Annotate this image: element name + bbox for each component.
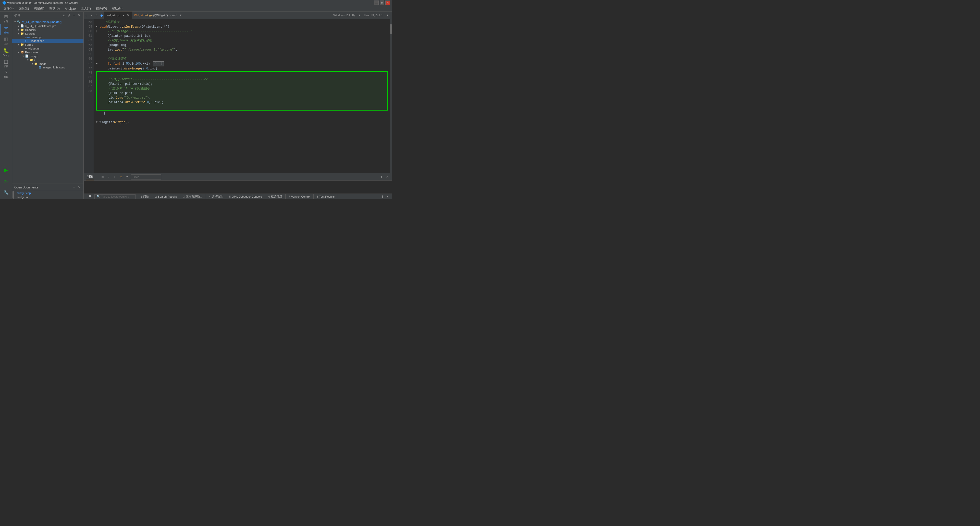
tree-item-forms[interactable]: ▼ 📁 Forms bbox=[12, 43, 83, 46]
tab-label: widget.cpp bbox=[107, 14, 120, 17]
menu-debug[interactable]: 调试(D) bbox=[47, 6, 62, 11]
maximize-button[interactable]: □ bbox=[380, 0, 384, 5]
breadcrumb-dropdown[interactable]: ▼ bbox=[178, 12, 183, 18]
issues-filter-input[interactable] bbox=[130, 174, 161, 180]
sidebar-item-help[interactable]: ? 帮助 bbox=[0, 69, 12, 80]
minimize-button[interactable]: — bbox=[374, 0, 379, 5]
tab-8-number: 8 bbox=[317, 195, 318, 198]
sidebar-item-run-debug[interactable]: ⊳ bbox=[0, 176, 12, 187]
tree-item-main-cpp[interactable]: c++ main.cpp bbox=[12, 35, 83, 39]
open-docs-add-button[interactable]: + bbox=[72, 185, 76, 190]
bottom-tab-6-overview[interactable]: 6 概要信息 bbox=[265, 194, 285, 199]
bottom-tab-2-search[interactable]: 2 Search Results bbox=[152, 194, 180, 199]
issues-close-button[interactable]: ✕ bbox=[385, 174, 390, 180]
menu-build[interactable]: 构建(B) bbox=[32, 6, 47, 11]
tree-item-headers[interactable]: ▼ 📁 Headers bbox=[12, 28, 83, 32]
close-button[interactable]: ✕ bbox=[385, 0, 390, 5]
line-59-arrow[interactable]: ▼ bbox=[96, 24, 100, 29]
bottom-tab-8-test-results[interactable]: 8 Test Results bbox=[313, 194, 338, 199]
tree-item-root-folder[interactable]: ▼ 📁 / bbox=[12, 58, 83, 62]
code-line-77: painter3.drawImage(0,0,img); bbox=[96, 66, 388, 71]
project-panel: 项目 ⊼ ⇄ + ✕ ▼ 🔧 qt_04_QtPaintDevice [mast… bbox=[12, 12, 84, 199]
sidebar-item-debug[interactable]: 🐛 Debug bbox=[0, 46, 12, 58]
menu-file[interactable]: 文件(F) bbox=[1, 6, 16, 11]
tree-item-image-file[interactable]: 🖼 images_luffay.png bbox=[12, 65, 83, 69]
bottom-tab-3-app-output[interactable]: 3 应用程序输出 bbox=[180, 194, 206, 199]
tree-item-project-root[interactable]: ▼ 🔧 qt_04_QtPaintDevice [master] bbox=[12, 20, 83, 24]
line-88-arrow[interactable]: ▼ bbox=[96, 120, 100, 124]
menu-analyze[interactable]: Analyze bbox=[62, 6, 78, 11]
tree-item-pro-file[interactable]: ▶ 📄 qt_04_QtPaintDevice.pro bbox=[12, 24, 83, 28]
tree-item-image-folder[interactable]: ▼ 📁 image bbox=[12, 62, 83, 65]
bottom-tab-7-version-control[interactable]: 7 Version Control bbox=[286, 194, 313, 199]
close-panel-button[interactable]: ✕ bbox=[77, 13, 81, 18]
issues-prev-button[interactable]: ‹ bbox=[106, 174, 111, 180]
code-line-63: QImage img; bbox=[96, 43, 388, 48]
tab-2-number: 2 bbox=[155, 195, 157, 198]
open-doc-widget-cpp[interactable]: widget.cpp bbox=[14, 191, 83, 195]
sync-button[interactable]: ⇄ bbox=[67, 13, 71, 18]
menu-edit[interactable]: 编辑(E) bbox=[16, 6, 32, 11]
open-docs-close-button[interactable]: ✕ bbox=[77, 185, 81, 190]
line-67-arrow[interactable]: ▶ bbox=[96, 61, 100, 66]
code-line-58: //绘图事件 bbox=[96, 20, 388, 24]
open-doc-widget-ui[interactable]: widget.ui bbox=[14, 195, 83, 199]
editor-tab-widget-cpp[interactable]: widget.cpp ▼ ✕ bbox=[104, 12, 132, 19]
bottom-tab-sidebar-toggle[interactable]: ☰ bbox=[86, 194, 95, 199]
sidebar-item-welcome[interactable]: ⊞ 欢迎 bbox=[0, 13, 12, 24]
editor-scrollbar[interactable] bbox=[390, 19, 392, 173]
filter-button[interactable]: ⊼ bbox=[62, 13, 66, 18]
sidebar-item-design[interactable]: ◧ 设计 bbox=[0, 35, 12, 46]
image-folder-arrow: ▼ bbox=[30, 62, 34, 65]
menu-help[interactable]: 帮助(H) bbox=[110, 6, 125, 11]
bottom-close-right-button[interactable]: ✕ bbox=[385, 194, 390, 199]
tree-item-sources[interactable]: ▼ 📁 Sources bbox=[12, 32, 83, 35]
tree-item-res-qrc[interactable]: ▼ 📄 res.qrc bbox=[12, 54, 83, 58]
line-60-text: //(2)QImage-----------------------------… bbox=[108, 29, 192, 34]
tree-item-widget-ui[interactable]: ✏ widget.ui bbox=[12, 46, 83, 50]
code-line-79: //(3)QPicture---------------------------… bbox=[97, 77, 387, 82]
open-doc-widget-ui-label: widget.ui bbox=[18, 196, 28, 199]
locate-bar[interactable]: 🔍 Type to locate (Ctrl+K) bbox=[95, 194, 135, 199]
add-button[interactable]: + bbox=[72, 13, 76, 18]
encoding-dropdown[interactable]: ▼ bbox=[357, 12, 362, 18]
bottom-tab-1-problems[interactable]: 1 问题 bbox=[138, 194, 152, 199]
sidebar-item-edit[interactable]: ✏ 编辑 bbox=[0, 24, 12, 35]
bottom-expand-up-button[interactable]: ⬆ bbox=[380, 194, 385, 199]
collapsed-block[interactable]: {···} bbox=[153, 61, 164, 66]
design-icon: ◧ bbox=[4, 36, 8, 42]
issues-next-button[interactable]: › bbox=[112, 174, 118, 180]
resources-arrow: ▼ bbox=[17, 51, 21, 54]
image-folder-label: image bbox=[39, 62, 46, 65]
run-icon: ▶ bbox=[4, 167, 8, 173]
code-editor[interactable]: 58 59 60 61 62 63 64 65 66 67 77 78 85 8… bbox=[84, 19, 392, 173]
search-icon: 🔍 bbox=[97, 195, 100, 198]
nav-forward-button[interactable]: › bbox=[89, 12, 94, 18]
sidebar-item-project[interactable]: ⬚ 项目 bbox=[0, 58, 12, 69]
issues-sync-button[interactable]: ⊕ bbox=[100, 174, 105, 180]
locate-placeholder: Type to locate (Ctrl+K) bbox=[101, 195, 129, 198]
project-root-label: qt_04_QtPaintDevice [master] bbox=[22, 21, 62, 24]
tree-item-resources[interactable]: ▼ 📦 Resources bbox=[12, 50, 83, 54]
line-col-dropdown[interactable]: ▼ bbox=[385, 12, 390, 18]
nav-back-button[interactable]: ‹ bbox=[84, 12, 89, 18]
code-content[interactable]: //绘图事件 ▼ void Widget::paintEvent(QPaintE… bbox=[94, 19, 390, 173]
menu-controls[interactable]: 控件(W) bbox=[94, 6, 110, 11]
sidebar-item-run[interactable]: ▶ bbox=[0, 164, 12, 176]
issues-tab-problems[interactable]: 问题 bbox=[86, 174, 94, 180]
tree-item-widget-cpp[interactable]: c++ widget.cpp bbox=[12, 39, 83, 43]
bottom-tab-4-compile[interactable]: 4 编译输出 bbox=[206, 194, 226, 199]
tab-close-button[interactable]: ✕ bbox=[127, 14, 129, 17]
issues-header: 问题 ⊕ ‹ › ⚠ ▼ ⬆ ✕ bbox=[84, 174, 392, 180]
bottom-tab-5-qml-debugger[interactable]: 5 QML Debugger Console bbox=[226, 194, 265, 199]
open-documents-header: Open Documents + ✕ bbox=[12, 184, 83, 191]
sources-folder-icon: 📁 bbox=[21, 32, 24, 35]
breadcrumb-params: (QWidget *) -> void bbox=[153, 14, 177, 17]
menu-tools[interactable]: 工具(T) bbox=[78, 6, 94, 11]
sidebar-item-wrench[interactable]: 🔧 bbox=[0, 187, 12, 198]
nav-home-button[interactable]: ⌂ bbox=[94, 12, 99, 18]
issues-expand-button[interactable]: ⬆ bbox=[379, 174, 384, 180]
line-67-text: for(int i=50;i<100;++i) {···} bbox=[108, 61, 164, 66]
tab-dropdown[interactable]: ▼ bbox=[122, 12, 125, 18]
issues-filter-btn[interactable]: ▼ bbox=[124, 174, 130, 180]
